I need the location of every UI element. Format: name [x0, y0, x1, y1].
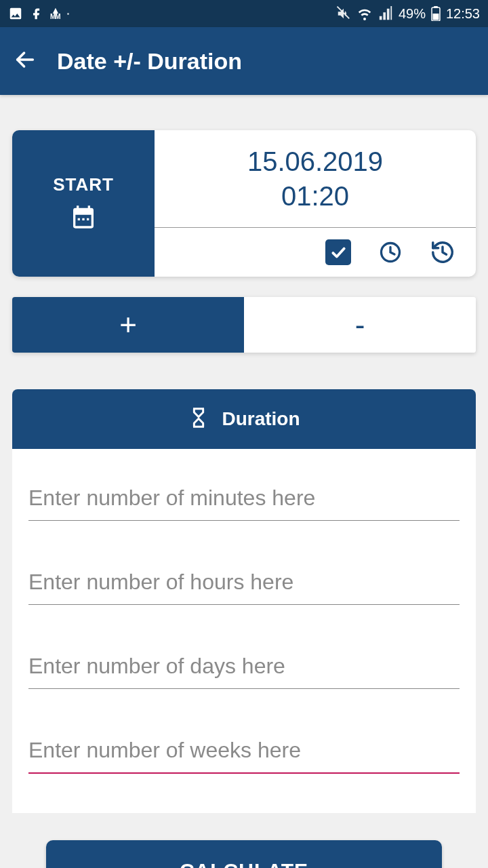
minutes-input[interactable] [28, 469, 460, 521]
start-date-value: 15.06.2019 [247, 146, 383, 177]
start-datetime-area[interactable]: 15.06.2019 01:20 [155, 130, 476, 228]
calculate-label: CALCULATE [180, 859, 308, 868]
clock-icon[interactable] [378, 240, 403, 264]
image-icon [8, 6, 23, 21]
minus-button[interactable]: - [244, 297, 476, 353]
calculate-button[interactable]: CALCULATE [46, 840, 442, 868]
duration-header: Duration [12, 389, 476, 449]
duration-inputs [12, 449, 476, 813]
svg-rect-1 [434, 6, 438, 8]
start-label: START [53, 174, 114, 195]
start-time-value: 01:20 [281, 181, 349, 212]
hours-input[interactable] [28, 553, 460, 605]
battery-percent: 49% [399, 6, 426, 22]
duration-title: Duration [222, 408, 300, 430]
start-panel[interactable]: START [12, 130, 155, 277]
wifi-icon [357, 5, 373, 22]
signal-icon [378, 6, 393, 21]
status-bar: ▲MM • 49% 12:53 [0, 0, 488, 27]
plus-button[interactable]: + [12, 297, 244, 353]
back-arrow-icon[interactable] [14, 48, 37, 74]
svg-rect-2 [432, 14, 439, 20]
hourglass-icon [188, 407, 209, 431]
dot-icon: • [67, 10, 70, 18]
start-card: START 15.06.2019 01:20 [12, 130, 476, 277]
mute-icon [336, 6, 351, 21]
battery-icon [431, 6, 441, 21]
checkbox-checked-icon[interactable] [325, 239, 351, 265]
minus-label: - [355, 308, 365, 342]
plus-minus-toggle: + - [12, 297, 476, 353]
weeks-input[interactable] [28, 722, 460, 774]
plus-label: + [119, 308, 137, 342]
page-title: Date +/- Duration [57, 48, 242, 75]
history-icon[interactable] [430, 239, 455, 265]
app-bar: Date +/- Duration [0, 27, 488, 95]
mm-icon: ▲MM [50, 7, 60, 20]
clock-time: 12:53 [446, 6, 480, 22]
days-input[interactable] [28, 637, 460, 689]
calendar-icon [70, 203, 97, 233]
facebook-icon [30, 7, 43, 20]
